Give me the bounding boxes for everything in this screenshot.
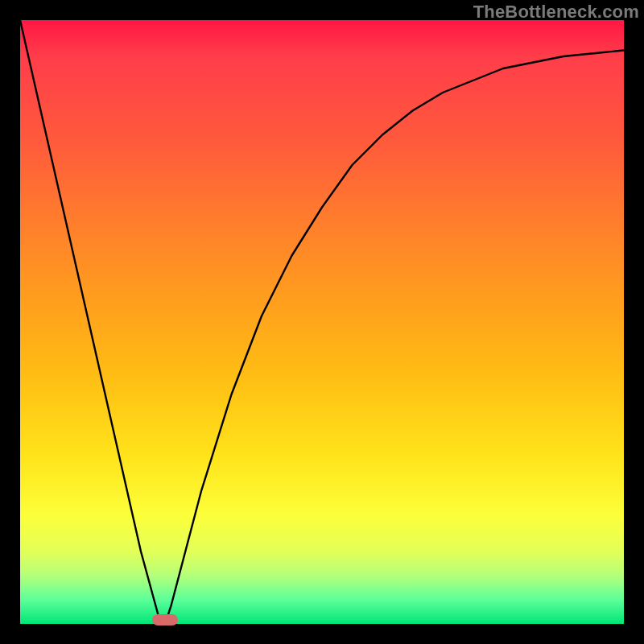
bottleneck-curve: [20, 20, 624, 624]
watermark-text: TheBottleneck.com: [473, 2, 639, 23]
plot-area: [20, 20, 624, 624]
optimal-marker: [152, 614, 178, 625]
curve-svg: [20, 20, 624, 624]
chart-frame: TheBottleneck.com: [0, 0, 644, 644]
